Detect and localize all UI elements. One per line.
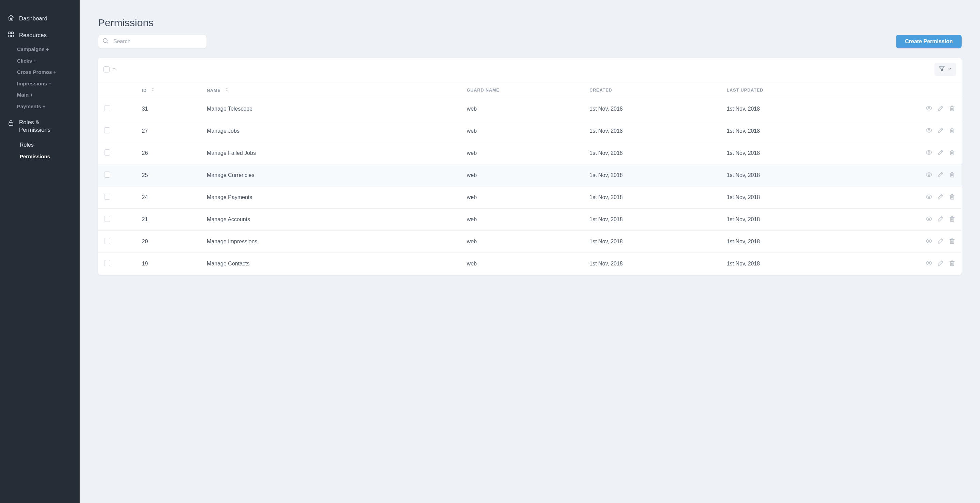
select-all-wrap — [103, 66, 116, 73]
table-row[interactable]: 31Manage Telescopeweb1st Nov, 20181st No… — [98, 98, 962, 120]
view-icon[interactable] — [926, 237, 932, 246]
sidebar-sub-roles[interactable]: Roles — [0, 139, 80, 151]
cell-created: 1st Nov, 2018 — [586, 164, 724, 186]
cell-updated: 1st Nov, 2018 — [724, 231, 861, 253]
sidebar-item-resources[interactable]: Resources — [0, 27, 80, 43]
svg-point-8 — [928, 152, 930, 153]
row-checkbox[interactable] — [104, 260, 110, 266]
table-row[interactable]: 27Manage Jobsweb1st Nov, 20181st Nov, 20… — [98, 120, 962, 142]
svg-rect-0 — [8, 32, 11, 34]
svg-rect-1 — [11, 32, 14, 34]
delete-icon[interactable] — [949, 171, 956, 179]
svg-point-6 — [928, 108, 930, 109]
cell-guard: web — [463, 98, 586, 120]
cell-id: 21 — [138, 209, 204, 231]
edit-icon[interactable] — [937, 237, 944, 246]
edit-icon[interactable] — [937, 259, 944, 268]
delete-icon[interactable] — [949, 149, 956, 157]
delete-icon[interactable] — [949, 215, 956, 224]
svg-point-7 — [928, 130, 930, 131]
svg-point-13 — [928, 263, 930, 264]
delete-icon[interactable] — [949, 127, 956, 135]
cell-guard: web — [463, 186, 586, 209]
delete-icon[interactable] — [949, 105, 956, 113]
cell-created: 1st Nov, 2018 — [586, 186, 724, 209]
cell-updated: 1st Nov, 2018 — [724, 209, 861, 231]
sidebar-sub-payments[interactable]: Payments + — [0, 101, 80, 112]
sidebar-sub-permissions[interactable]: Permissions — [0, 151, 80, 162]
view-icon[interactable] — [926, 193, 932, 202]
sidebar-sub-campaigns[interactable]: Campaigns + — [0, 43, 80, 55]
view-icon[interactable] — [926, 215, 932, 224]
col-header-check — [98, 82, 138, 98]
row-checkbox[interactable] — [104, 150, 110, 156]
cell-id: 26 — [138, 142, 204, 164]
filter-button[interactable] — [934, 63, 956, 76]
select-all-checkbox[interactable] — [103, 66, 110, 73]
search-input[interactable] — [98, 35, 207, 48]
sort-icon — [150, 87, 155, 93]
sidebar-sub-impressions[interactable]: Impressions + — [0, 78, 80, 89]
cell-created: 1st Nov, 2018 — [586, 98, 724, 120]
permissions-card: ID Name Guard Name Created Last Updated — [98, 58, 962, 275]
home-icon — [8, 14, 14, 23]
create-permission-button[interactable]: Create Permission — [896, 35, 962, 48]
delete-icon[interactable] — [949, 237, 956, 246]
view-icon[interactable] — [926, 149, 932, 157]
col-header-id[interactable]: ID — [138, 82, 204, 98]
sidebar-sub-clicks[interactable]: Clicks + — [0, 55, 80, 67]
cell-updated: 1st Nov, 2018 — [724, 186, 861, 209]
table-row[interactable]: 24Manage Paymentsweb1st Nov, 20181st Nov… — [98, 186, 962, 209]
row-checkbox[interactable] — [104, 105, 110, 111]
funnel-icon — [939, 65, 945, 73]
sidebar-sub-cross-promos[interactable]: Cross Promos + — [0, 66, 80, 78]
cell-id: 19 — [138, 253, 204, 275]
svg-point-10 — [928, 196, 930, 198]
table-row[interactable]: 21Manage Accountsweb1st Nov, 20181st Nov… — [98, 209, 962, 231]
delete-icon[interactable] — [949, 259, 956, 268]
edit-icon[interactable] — [937, 149, 944, 157]
sidebar-item-roles-permissions[interactable]: Roles & Permissions — [0, 115, 80, 137]
select-all-dropdown[interactable] — [111, 66, 116, 73]
view-icon[interactable] — [926, 127, 932, 135]
col-header-name[interactable]: Name — [204, 82, 463, 98]
col-header-guard: Guard Name — [463, 82, 586, 98]
edit-icon[interactable] — [937, 105, 944, 113]
view-icon[interactable] — [926, 259, 932, 268]
card-toolbar — [98, 58, 962, 82]
edit-icon[interactable] — [937, 215, 944, 224]
chevron-down-icon — [947, 66, 952, 72]
toolbar: Create Permission — [98, 35, 962, 48]
view-icon[interactable] — [926, 105, 932, 113]
delete-icon[interactable] — [949, 193, 956, 202]
sidebar-item-label: Resources — [19, 32, 47, 39]
svg-rect-3 — [11, 35, 14, 37]
row-checkbox[interactable] — [104, 216, 110, 222]
row-checkbox[interactable] — [104, 194, 110, 200]
table-row[interactable]: 19Manage Contactsweb1st Nov, 20181st Nov… — [98, 253, 962, 275]
table-row[interactable]: 25Manage Currenciesweb1st Nov, 20181st N… — [98, 164, 962, 186]
svg-point-11 — [928, 218, 930, 220]
row-checkbox[interactable] — [104, 238, 110, 244]
sidebar-item-dashboard[interactable]: Dashboard — [0, 10, 80, 27]
lock-icon — [8, 119, 14, 128]
cell-guard: web — [463, 142, 586, 164]
edit-icon[interactable] — [937, 193, 944, 202]
cell-created: 1st Nov, 2018 — [586, 253, 724, 275]
row-checkbox[interactable] — [104, 172, 110, 178]
col-header-created: Created — [586, 82, 724, 98]
cell-updated: 1st Nov, 2018 — [724, 164, 861, 186]
cell-name: Manage Currencies — [204, 164, 463, 186]
search-icon — [102, 37, 109, 46]
cell-id: 31 — [138, 98, 204, 120]
cell-guard: web — [463, 231, 586, 253]
row-checkbox[interactable] — [104, 127, 110, 134]
sidebar-sub-main[interactable]: Main + — [0, 89, 80, 101]
edit-icon[interactable] — [937, 171, 944, 179]
table-row[interactable]: 26Manage Failed Jobsweb1st Nov, 20181st … — [98, 142, 962, 164]
col-header-updated: Last Updated — [724, 82, 861, 98]
view-icon[interactable] — [926, 171, 932, 179]
table-row[interactable]: 20Manage Impressionsweb1st Nov, 20181st … — [98, 231, 962, 253]
cell-guard: web — [463, 253, 586, 275]
edit-icon[interactable] — [937, 127, 944, 135]
